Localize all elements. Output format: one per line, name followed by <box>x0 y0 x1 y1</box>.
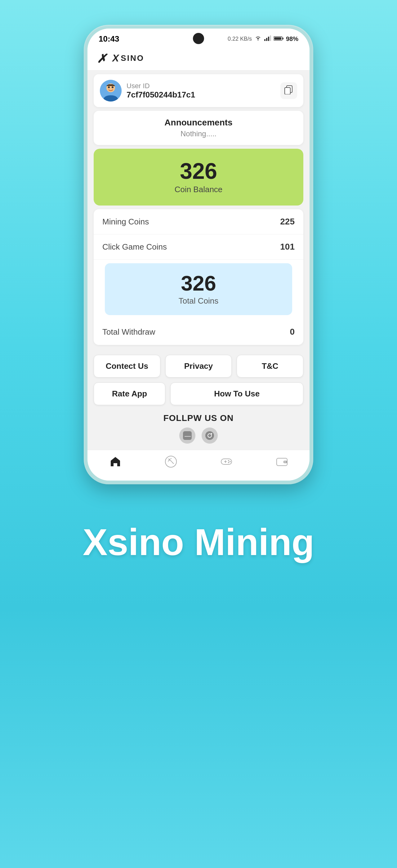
status-icons: 0.22 KB/s <box>228 35 298 42</box>
app-logo: ✗ X SINO <box>97 53 300 64</box>
total-coins-number: 326 <box>112 273 285 294</box>
svg-rect-17 <box>205 431 214 440</box>
avatar <box>100 80 122 101</box>
wallet-icon <box>275 455 289 471</box>
button-row-1: Contect Us Privacy T&C <box>94 355 303 377</box>
svg-point-27 <box>228 462 229 463</box>
mining-coins-value: 225 <box>280 217 295 227</box>
status-bar: 10:43 0.22 KB/s <box>88 29 309 46</box>
click-game-value: 101 <box>280 242 295 252</box>
svg-point-11 <box>108 86 110 88</box>
avatar-image <box>100 80 122 101</box>
nav-wallet[interactable] <box>275 455 289 471</box>
coin-balance-card: 326 Coin Balance <box>94 149 303 206</box>
svg-rect-1 <box>264 39 265 41</box>
mining-coins-row: Mining Coins 225 <box>94 209 303 235</box>
svg-point-25 <box>228 460 229 461</box>
svg-rect-4 <box>270 35 271 41</box>
svg-point-0 <box>258 40 258 41</box>
total-withdraw-label: Total Withdraw <box>102 327 155 337</box>
app-header: ✗ X SINO <box>88 46 309 70</box>
phone-frame: 10:43 0.22 KB/s <box>84 25 313 484</box>
logo-name: SINO <box>121 53 144 63</box>
svg-rect-14 <box>285 88 290 94</box>
svg-text:—: — <box>185 432 191 439</box>
follow-title: FOLLPW US ON <box>94 413 303 423</box>
announcements-card: Announcements Nothing..... <box>94 111 303 145</box>
wifi-icon <box>254 35 262 42</box>
follow-section: FOLLPW US ON — <box>88 408 309 450</box>
mining-coins-label: Mining Coins <box>102 217 149 227</box>
click-game-row: Click Game Coins 101 <box>94 235 303 259</box>
social-icon-2[interactable] <box>202 428 218 444</box>
game-icon <box>220 455 233 471</box>
user-id-value: 7cf7f050244b17c1 <box>127 90 195 100</box>
social-icon-1[interactable]: — <box>179 428 195 444</box>
battery-icon <box>273 35 284 42</box>
privacy-button[interactable]: Privacy <box>165 355 232 377</box>
svg-text:✗: ✗ <box>97 53 108 64</box>
total-withdraw-row: Total Withdraw 0 <box>94 319 303 345</box>
action-buttons-section: Contect Us Privacy T&C Rate App How To U… <box>88 349 309 408</box>
battery-percent: 98% <box>286 35 298 42</box>
nav-home[interactable] <box>109 455 122 471</box>
camera-notch <box>193 33 204 44</box>
user-id-label: User ID <box>127 82 195 90</box>
button-row-2: Rate App How To Use <box>94 382 303 405</box>
bottom-nav: ⛏ <box>88 450 309 480</box>
home-icon <box>109 455 122 471</box>
network-speed: 0.22 KB/s <box>228 36 252 42</box>
svg-rect-7 <box>283 37 284 39</box>
copy-icon <box>284 85 293 97</box>
nav-mining[interactable]: ⛏ <box>164 455 177 471</box>
rate-app-button[interactable]: Rate App <box>94 382 165 405</box>
stats-section: Mining Coins 225 Click Game Coins 101 32… <box>94 209 303 345</box>
tnc-button[interactable]: T&C <box>237 355 303 377</box>
announcements-title: Announcements <box>101 118 296 128</box>
follow-icons: — <box>94 428 303 447</box>
page-title: Xsino Mining <box>83 522 315 562</box>
user-info: User ID 7cf7f050244b17c1 <box>100 80 195 101</box>
nav-game[interactable] <box>220 455 233 471</box>
page-title-section: Xsino Mining <box>64 509 333 575</box>
svg-point-12 <box>112 86 113 88</box>
svg-point-26 <box>230 461 231 462</box>
logo-x-letter: X <box>112 53 119 64</box>
svg-text:⛏: ⛏ <box>167 458 174 465</box>
mining-icon: ⛏ <box>164 455 177 471</box>
total-withdraw-value: 0 <box>290 327 295 337</box>
user-details: User ID 7cf7f050244b17c1 <box>127 82 195 100</box>
svg-point-19 <box>211 433 212 434</box>
click-game-label: Click Game Coins <box>102 242 167 252</box>
user-card: User ID 7cf7f050244b17c1 <box>94 74 303 107</box>
status-time: 10:43 <box>99 34 120 44</box>
copy-button[interactable] <box>280 82 297 99</box>
coin-balance-label: Coin Balance <box>101 185 296 194</box>
contact-us-button[interactable]: Contect Us <box>94 355 160 377</box>
total-coins-label: Total Coins <box>112 296 285 306</box>
logo-icon: ✗ <box>97 53 110 64</box>
svg-rect-3 <box>268 37 269 41</box>
svg-rect-6 <box>274 37 281 40</box>
announcements-text: Nothing..... <box>101 129 296 138</box>
phone-screen: 10:43 0.22 KB/s <box>88 29 309 480</box>
coin-balance-number: 326 <box>101 160 296 182</box>
how-to-use-button[interactable]: How To Use <box>170 382 303 405</box>
svg-rect-2 <box>266 38 267 41</box>
svg-point-30 <box>285 461 286 463</box>
signal-icon <box>264 35 271 42</box>
total-coins-card: 326 Total Coins <box>105 263 292 315</box>
